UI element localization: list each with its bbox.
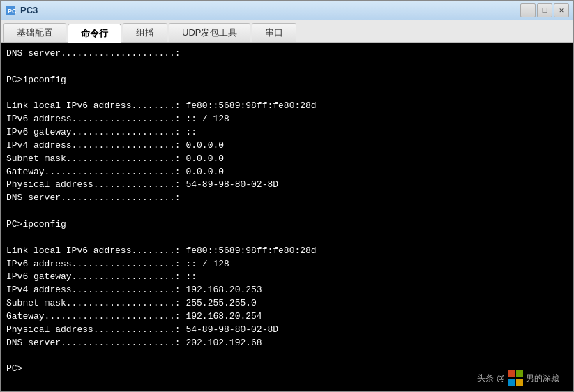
terminal-line: IPv4 address...................: 192.168… bbox=[6, 284, 568, 297]
terminal-line: DNS server.....................: bbox=[6, 192, 568, 205]
terminal-line: Link local IPv6 address........: fe80::5… bbox=[6, 245, 568, 258]
restore-button[interactable]: □ bbox=[537, 3, 552, 17]
minimize-button[interactable]: ─ bbox=[520, 3, 536, 17]
tab-basic-config[interactable]: 基础配置 bbox=[3, 23, 66, 42]
terminal-line: IPv6 address...................: :: / 12… bbox=[6, 258, 568, 271]
window-title: PC3 bbox=[20, 5, 38, 15]
terminal-line: Physical address...............: 54-89-9… bbox=[6, 324, 568, 337]
terminal-line bbox=[6, 205, 568, 218]
terminal-line: IPv6 gateway...................: :: bbox=[6, 271, 568, 284]
terminal-line: Subnet mask....................: 255.255… bbox=[6, 297, 568, 310]
tab-udp-tool[interactable]: UDP发包工具 bbox=[169, 23, 250, 42]
terminal-line: Link local IPv6 address........: fe80::5… bbox=[6, 100, 568, 113]
svg-rect-4 bbox=[508, 379, 515, 386]
title-bar: PC PC3 ─ □ ✕ bbox=[1, 1, 573, 20]
terminal-line: Gateway........................: 0.0.0.0 bbox=[6, 166, 568, 179]
svg-rect-3 bbox=[516, 370, 523, 377]
terminal-line: PC>ipconfig bbox=[6, 74, 568, 87]
watermark: 头条 @ 男的深藏 bbox=[477, 370, 559, 386]
close-button[interactable]: ✕ bbox=[554, 3, 569, 17]
terminal-line bbox=[6, 232, 568, 245]
watermark-logo bbox=[508, 370, 523, 386]
terminal-line: IPv6 gateway...................: :: bbox=[6, 126, 568, 140]
main-window: PC PC3 ─ □ ✕ 基础配置 命令行 组播 UDP发包工具 串口 DNS … bbox=[0, 0, 574, 392]
tab-command-line[interactable]: 命令行 bbox=[68, 24, 121, 43]
terminal-line: PC>ipconfig bbox=[6, 218, 568, 232]
svg-rect-2 bbox=[508, 370, 515, 377]
terminal-line: DNS server.....................: bbox=[6, 47, 568, 61]
terminal-line: IPv6 address...................: :: / 12… bbox=[6, 113, 568, 126]
terminal-line bbox=[6, 61, 568, 74]
title-bar-left: PC PC3 bbox=[5, 5, 38, 16]
watermark-text1: 头条 @ bbox=[477, 372, 505, 384]
svg-text:PC: PC bbox=[8, 8, 16, 15]
terminal-line: Subnet mask....................: 0.0.0.0 bbox=[6, 153, 568, 166]
window-icon: PC bbox=[5, 5, 16, 16]
terminal-line bbox=[6, 87, 568, 100]
terminal-line: IPv4 address...................: 0.0.0.0 bbox=[6, 140, 568, 153]
title-controls: ─ □ ✕ bbox=[520, 3, 569, 17]
terminal-output[interactable]: DNS server.....................: PC>ipco… bbox=[1, 43, 573, 391]
terminal-area: DNS server.....................: PC>ipco… bbox=[1, 43, 573, 391]
watermark-text2: 男的深藏 bbox=[526, 372, 559, 384]
tab-serial[interactable]: 串口 bbox=[252, 23, 296, 42]
tabs-bar: 基础配置 命令行 组播 UDP发包工具 串口 bbox=[1, 20, 573, 43]
terminal-line: DNS server.....................: 202.102… bbox=[6, 337, 568, 350]
ms-logo-icon bbox=[508, 370, 523, 386]
tab-multicast[interactable]: 组播 bbox=[123, 23, 167, 42]
terminal-line bbox=[6, 349, 568, 363]
svg-rect-5 bbox=[516, 379, 523, 386]
terminal-line: Physical address...............: 54-89-9… bbox=[6, 179, 568, 192]
terminal-line: Gateway........................: 192.168… bbox=[6, 310, 568, 324]
